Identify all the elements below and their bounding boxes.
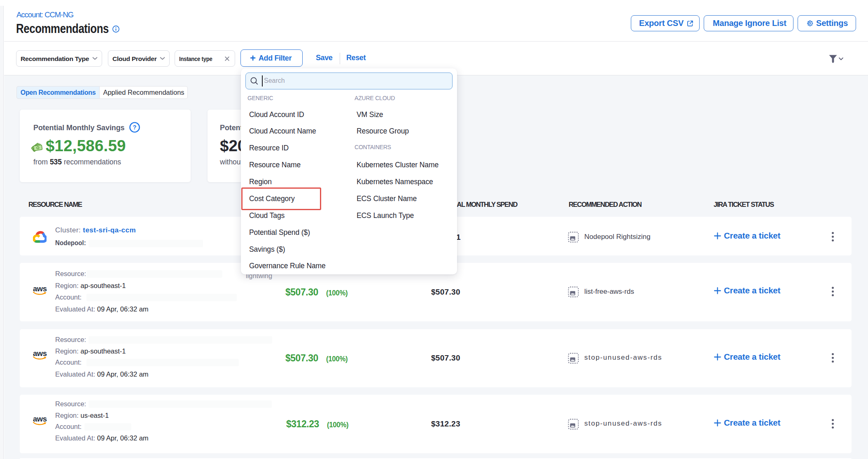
svg-text:?: ? [133, 124, 137, 131]
